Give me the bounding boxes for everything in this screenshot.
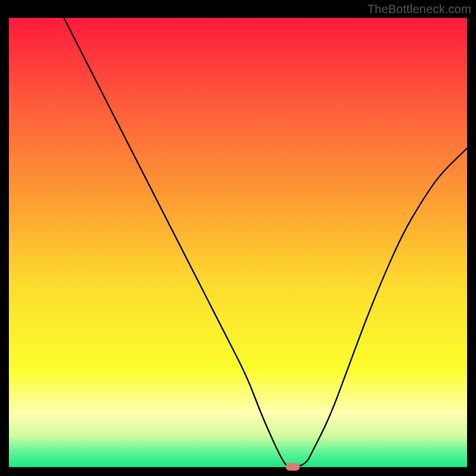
curve-path [64,18,467,467]
plot-area [9,18,467,467]
bottleneck-curve [9,18,467,467]
optimal-marker [286,463,300,471]
attribution-text: TheBottleneck.com [367,2,471,16]
